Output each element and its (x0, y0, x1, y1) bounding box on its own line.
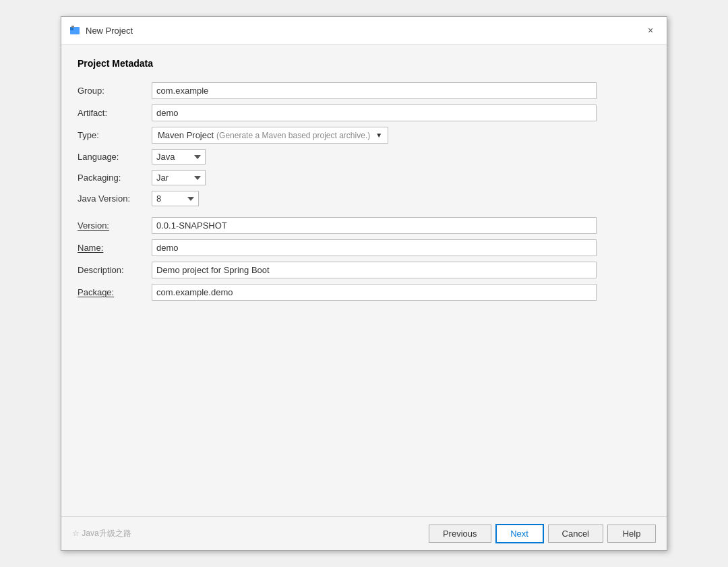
language-field: Java Kotlin Groovy (152, 146, 650, 167)
java-version-select[interactable]: 8 11 17 21 (152, 191, 199, 206)
artifact-field (152, 102, 650, 124)
type-label: Type: (78, 126, 152, 144)
package-label: Package: (78, 283, 152, 301)
artifact-input[interactable] (152, 105, 597, 121)
type-select-button[interactable]: Maven Project (Generate a Maven based pr… (152, 127, 388, 144)
title-bar-left: New Project (69, 25, 133, 36)
version-field (152, 214, 650, 237)
type-field: Maven Project (Generate a Maven based pr… (152, 124, 650, 146)
name-input[interactable] (152, 239, 597, 256)
previous-button[interactable]: Previous (429, 525, 491, 543)
description-input[interactable] (152, 262, 597, 278)
help-button[interactable]: Help (607, 525, 656, 543)
footer: ☆ Java升级之路 Previous Next Cancel Help (61, 516, 667, 550)
package-input[interactable] (152, 284, 597, 301)
packaging-field: Jar War (152, 167, 650, 188)
svg-rect-2 (71, 26, 74, 28)
language-select[interactable]: Java Kotlin Groovy (152, 149, 206, 165)
window-title: New Project (86, 26, 133, 36)
type-description: (Generate a Maven based project archive.… (216, 131, 370, 140)
group-label: Group: (78, 82, 152, 100)
artifact-label: Artifact: (78, 104, 152, 122)
watermark: ☆ Java升级之路 (72, 528, 131, 539)
type-value: Maven Project (158, 130, 214, 140)
group-field (152, 80, 650, 102)
name-label: Name: (78, 239, 152, 257)
version-label: Version: (78, 216, 152, 235)
new-project-dialog: New Project × Project Metadata Group: Ar… (61, 16, 667, 551)
spacer-1 (78, 209, 650, 214)
type-select-container: Maven Project (Generate a Maven based pr… (152, 127, 435, 144)
form-grid: Group: Artifact: Type: Maven Project (Ge… (78, 80, 650, 303)
description-field (152, 259, 650, 281)
project-icon (69, 25, 80, 36)
dialog-content: Project Metadata Group: Artifact: Type: … (61, 44, 667, 516)
name-field (152, 237, 650, 259)
cancel-button[interactable]: Cancel (548, 525, 603, 543)
package-field (152, 281, 650, 303)
group-input[interactable] (152, 82, 597, 99)
java-version-label: Java Version: (78, 189, 152, 208)
title-bar: New Project × (61, 17, 667, 44)
next-button[interactable]: Next (495, 524, 544, 543)
close-button[interactable]: × (642, 22, 659, 38)
packaging-label: Packaging: (78, 169, 152, 187)
packaging-select[interactable]: Jar War (152, 170, 206, 185)
section-title: Project Metadata (78, 58, 650, 69)
version-input[interactable] (152, 217, 597, 234)
description-label: Description: (78, 261, 152, 279)
type-chevron-icon: ▼ (375, 131, 382, 139)
java-version-field: 8 11 17 21 (152, 188, 650, 209)
language-label: Language: (78, 148, 152, 166)
